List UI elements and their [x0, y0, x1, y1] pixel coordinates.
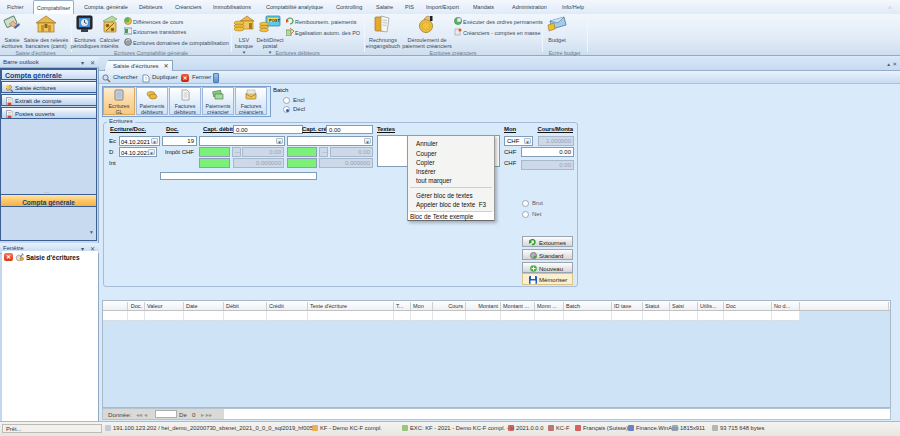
svg-text:POST: POST	[269, 18, 280, 23]
